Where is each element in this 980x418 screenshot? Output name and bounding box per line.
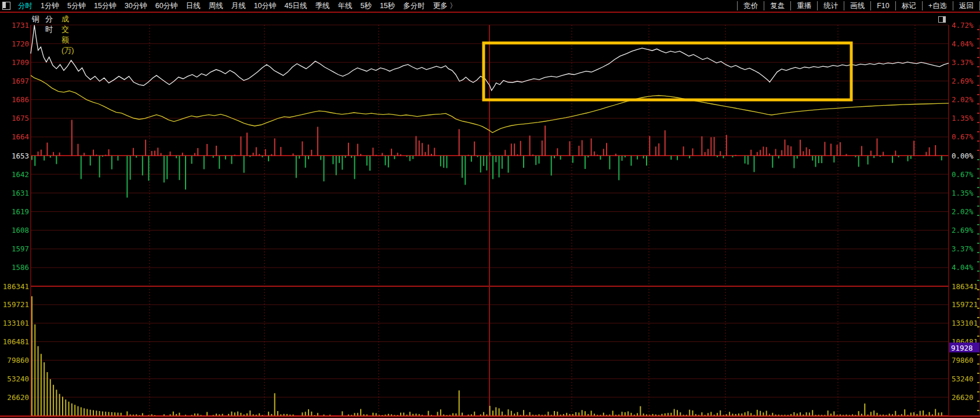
price-axis-label: 1664 [12,132,29,141]
percent-axis-label: 1.35% [952,114,974,122]
price-axis-label: 1653 [12,152,29,160]
volume-axis-label-left: 26620 [7,393,29,402]
percent-axis-label: 4.04% [952,263,974,272]
percent-axis-label: 1.35% [952,189,974,197]
volume-axis-label-left: 106481 [3,337,29,346]
percent-axis-label: 2.69% [952,226,974,235]
price-axis-label: 1642 [12,170,29,179]
price-axis-label: 1597 [12,244,29,253]
volume-axis-label-left: 159721 [3,300,29,309]
percent-axis-label: 2.69% [952,77,974,85]
volume-axis-label-right: 53240 [952,374,974,383]
volume-axis-label-right: 26620 [952,393,974,402]
price-axis-label: 1631 [12,189,29,197]
volume-axis-label-left: 186341 [3,282,29,291]
volume-highlight-value: 91928 [951,344,973,352]
percent-axis-label: 2.02% [952,95,974,104]
price-axis-label: 1586 [12,263,29,272]
price-axis-label: 1619 [12,207,29,216]
percent-axis-label: 0.67% [952,170,974,179]
percent-axis-label: 3.37% [952,244,974,253]
intraday-chart[interactable]: 1731172017091697168616751664165316421631… [0,0,980,418]
volume-axis-label-right: 133101 [952,319,978,327]
price-axis-label: 1731 [12,21,29,30]
volume-axis-label-right: 79860 [952,356,974,365]
volume-axis-label-right: 159721 [952,300,978,309]
annotation-rectangle[interactable] [484,43,851,100]
volume-axis-label-left: 79860 [7,356,29,365]
percent-axis-label: 4.04% [952,39,974,48]
percent-axis-label: 4.72% [952,21,974,30]
pane-restore-icon[interactable] [938,16,946,23]
price-axis-label: 1608 [12,226,29,235]
price-axis-label: 1720 [12,39,29,48]
price-axis-label: 1697 [12,77,29,85]
price-axis-label: 1675 [12,114,29,122]
period-label: 分时 [45,14,53,35]
percent-axis-label: 0.00% [952,152,974,160]
volume-axis-label-right: 186341 [952,282,978,291]
volume-axis-label-left: 133101 [3,319,29,327]
price-axis-label: 1686 [12,95,29,104]
percent-axis-label: 3.37% [952,58,974,67]
volume-axis-label-left: 53240 [7,374,29,383]
price-axis-label: 1709 [12,58,29,67]
percent-axis-label: 2.02% [952,207,974,216]
percent-axis-label: 0.67% [952,132,974,141]
symbol-label: 铜 [32,14,39,24]
indicator-label[interactable]: 成交额(万) [61,14,74,56]
